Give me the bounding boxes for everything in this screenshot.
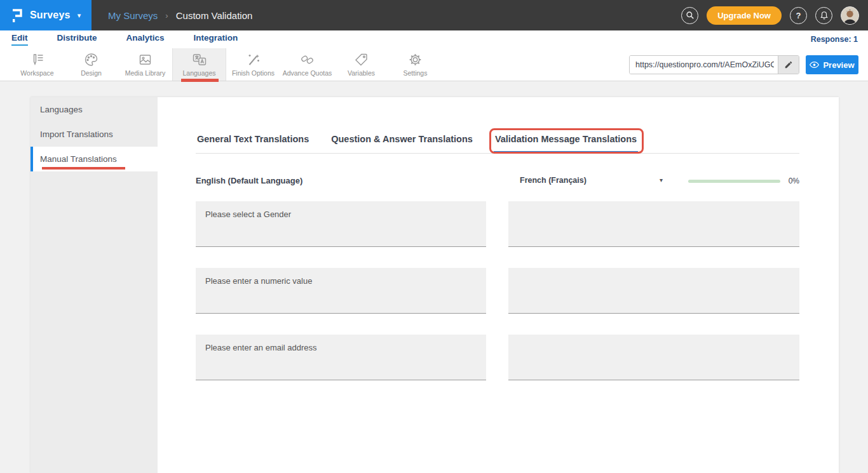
tab-integration[interactable]: Integration xyxy=(194,33,238,46)
preview-label: Preview xyxy=(823,60,854,70)
source-text-email[interactable] xyxy=(196,335,486,380)
toolbar-item-workspace[interactable]: Workspace xyxy=(10,48,64,81)
toolbar-item-advance-quotas[interactable]: Advance Quotas xyxy=(280,48,334,81)
sidebar-item-label: Languages xyxy=(40,105,83,114)
preview-button[interactable]: Preview xyxy=(806,55,858,74)
eye-icon xyxy=(810,61,819,69)
product-name: Surveys xyxy=(30,10,71,21)
chevron-down-icon[interactable]: ▾ xyxy=(660,177,663,183)
finish-options-icon xyxy=(245,52,261,67)
design-icon xyxy=(83,52,99,67)
avatar-photo xyxy=(841,7,858,24)
variables-icon xyxy=(353,52,369,67)
tab-validation-message-translations[interactable]: Validation Message Translations xyxy=(494,130,638,154)
question-mark-icon: ? xyxy=(796,11,801,20)
target-text-gender[interactable] xyxy=(508,201,799,247)
target-text-email[interactable] xyxy=(508,335,799,380)
toolbar-item-label: Workspace xyxy=(20,69,53,77)
toolbar-item-label: Variables xyxy=(348,69,375,77)
toolbar-item-variables[interactable]: Variables xyxy=(334,48,388,81)
edit-url-button[interactable] xyxy=(778,56,799,74)
sidebar-item-languages[interactable]: Languages xyxy=(31,97,158,122)
survey-url-input[interactable] xyxy=(630,56,778,74)
toolbar-item-label: Advance Quotas xyxy=(283,69,332,77)
edit-toolbar: Workspace Design Media Library Languages… xyxy=(0,48,868,81)
tab-label: Validation Message Translations xyxy=(495,134,637,144)
translation-progress-bar xyxy=(688,180,780,183)
translation-row xyxy=(196,201,799,247)
toolbar-item-finish-options[interactable]: Finish Options xyxy=(226,48,280,81)
target-text-numeric[interactable] xyxy=(508,268,799,314)
chevron-down-icon: ▾ xyxy=(78,11,81,20)
sidebar-item-import-translations[interactable]: Import Translations xyxy=(31,122,158,147)
translation-row xyxy=(196,268,799,314)
surveys-menu[interactable]: Surveys ▾ xyxy=(0,0,92,30)
toolbar-item-media-library[interactable]: Media Library xyxy=(118,48,172,81)
annotation-red-underline xyxy=(42,167,125,170)
questionpro-logo-icon xyxy=(9,6,24,24)
languages-panel: Languages Import Translations Manual Tra… xyxy=(31,97,839,473)
toolbar-item-label: Languages xyxy=(183,69,216,77)
help-button[interactable]: ? xyxy=(790,7,807,24)
toolbar-item-label: Settings xyxy=(403,69,428,77)
languages-icon xyxy=(191,52,207,67)
translation-tabs: General Text Translations Question & Ans… xyxy=(196,130,799,154)
toolbar-item-languages[interactable]: Languages xyxy=(172,48,226,81)
annotation-red-underline xyxy=(181,79,219,82)
topbar-actions: Upgrade Now ? xyxy=(681,0,859,30)
breadcrumb-separator-icon: › xyxy=(165,11,168,20)
top-bar: Surveys ▾ My Surveys › Custom Validation… xyxy=(0,0,868,30)
sidebar-item-manual-translations[interactable]: Manual Translations xyxy=(31,147,158,171)
tab-question-answer-translations[interactable]: Question & Answer Translations xyxy=(330,130,474,154)
language-header-row: English (Default Language) French (Franç… xyxy=(196,176,799,187)
pencil-icon xyxy=(784,60,793,69)
workspace-icon xyxy=(29,52,45,67)
toolbar-item-label: Media Library xyxy=(125,69,166,77)
sidebar-item-label: Manual Translations xyxy=(40,154,117,164)
toolbar-item-label: Design xyxy=(81,69,102,77)
languages-sidebar: Languages Import Translations Manual Tra… xyxy=(31,97,158,473)
response-count[interactable]: Response: 1 xyxy=(811,35,858,44)
manual-translations-content: General Text Translations Question & Ans… xyxy=(158,97,839,473)
user-avatar[interactable] xyxy=(841,6,859,25)
source-language-label: English (Default Language) xyxy=(196,176,486,187)
tab-general-text-translations[interactable]: General Text Translations xyxy=(196,130,310,154)
translation-progress-percent: 0% xyxy=(789,177,799,185)
media-library-icon xyxy=(137,52,153,67)
tab-edit[interactable]: Edit xyxy=(11,33,28,46)
toolbar-item-settings[interactable]: Settings xyxy=(388,48,442,81)
tab-analytics[interactable]: Analytics xyxy=(126,33,165,46)
sidebar-item-label: Import Translations xyxy=(40,130,113,139)
toolbar-item-label: Finish Options xyxy=(232,69,275,77)
source-text-numeric[interactable] xyxy=(196,268,486,314)
bell-icon xyxy=(820,11,829,20)
search-button[interactable] xyxy=(681,7,698,24)
survey-url-box xyxy=(629,55,799,74)
search-icon xyxy=(686,11,695,20)
breadcrumb-my-surveys[interactable]: My Surveys xyxy=(108,10,158,21)
settings-icon xyxy=(407,52,423,67)
target-language-controls: French (Français) ▾ 0% xyxy=(508,176,799,187)
upgrade-now-button[interactable]: Upgrade Now xyxy=(707,6,782,25)
toolbar-item-design[interactable]: Design xyxy=(64,48,118,81)
translation-row xyxy=(196,335,799,380)
breadcrumb: My Surveys › Custom Validation xyxy=(92,0,252,30)
target-language-select[interactable]: French (Français) xyxy=(520,176,587,185)
source-text-gender[interactable] xyxy=(196,201,486,247)
survey-nav: Edit Distribute Analytics Integration Re… xyxy=(0,30,868,48)
tab-distribute[interactable]: Distribute xyxy=(57,33,97,46)
advance-quotas-icon xyxy=(299,52,315,67)
breadcrumb-current: Custom Validation xyxy=(176,10,253,21)
notifications-button[interactable] xyxy=(815,7,832,24)
